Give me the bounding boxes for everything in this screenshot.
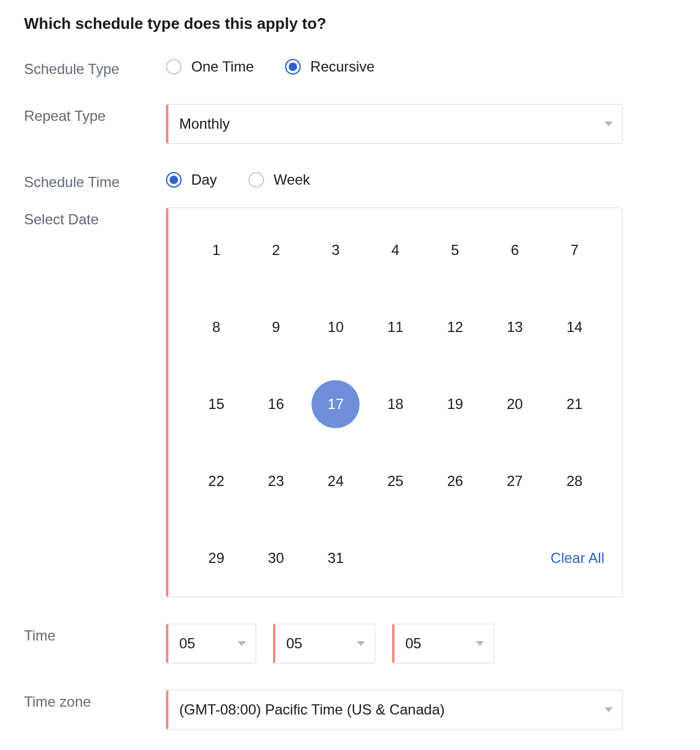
select-value: 05 (179, 635, 195, 652)
calendar-day-19[interactable]: 19 (431, 380, 479, 428)
chevron-down-icon (476, 641, 484, 646)
calendar-day-23[interactable]: 23 (252, 457, 300, 505)
calendar-day-13[interactable]: 13 (491, 303, 539, 351)
radio-label: Day (191, 171, 217, 188)
calendar-day-30[interactable]: 30 (252, 534, 300, 582)
calendar-day-18[interactable]: 18 (371, 380, 419, 428)
calendar-day-7[interactable]: 7 (550, 226, 598, 274)
calendar-day-9[interactable]: 9 (252, 303, 300, 351)
calendar-day-27[interactable]: 27 (491, 457, 539, 505)
calendar-day-20[interactable]: 20 (491, 380, 539, 428)
calendar-day-25[interactable]: 25 (371, 457, 419, 505)
select-value: 05 (405, 635, 422, 652)
calendar-day-26[interactable]: 26 (431, 457, 479, 505)
time-label: Time (24, 624, 166, 644)
radio-icon (166, 172, 182, 188)
calendar-day-15[interactable]: 15 (192, 380, 241, 428)
radio-label: One Time (191, 58, 254, 75)
calendar-day-12[interactable]: 12 (431, 303, 479, 351)
calendar-day-22[interactable]: 22 (192, 457, 241, 505)
radio-icon (285, 59, 301, 75)
schedule-time-label: Schedule Time (24, 170, 166, 191)
select-value: (GMT-08:00) Pacific Time (US & Canada) (179, 701, 444, 718)
calendar-day-4[interactable]: 4 (371, 226, 419, 274)
repeat-type-select[interactable]: Monthly (166, 104, 623, 144)
calendar-day-21[interactable]: 21 (550, 380, 598, 428)
time-zone-select[interactable]: (GMT-08:00) Pacific Time (US & Canada) (166, 690, 623, 730)
calendar-day-11[interactable]: 11 (371, 303, 419, 351)
time-second-select[interactable]: 05 (392, 624, 494, 663)
radio-label: Week (274, 171, 310, 188)
select-value: 05 (286, 635, 302, 652)
schedule-type-recursive[interactable]: Recursive (285, 58, 375, 75)
clear-all-link[interactable]: Clear All (551, 550, 604, 567)
schedule-time-radio-group: Day Week (166, 170, 676, 188)
calendar-day-3[interactable]: 3 (312, 226, 360, 274)
page-heading: Which schedule type does this apply to? (24, 14, 676, 33)
calendar-day-29[interactable]: 29 (192, 534, 241, 582)
chevron-down-icon (238, 641, 246, 646)
schedule-type-label: Schedule Type (24, 57, 166, 78)
select-value: Monthly (179, 115, 230, 132)
date-calendar: 1234567891011121314151617181920212223242… (166, 207, 623, 597)
chevron-down-icon (604, 121, 613, 126)
radio-icon (248, 172, 264, 188)
calendar-day-8[interactable]: 8 (192, 303, 241, 351)
calendar-day-10[interactable]: 10 (312, 303, 360, 351)
radio-icon (166, 59, 182, 75)
calendar-day-28[interactable]: 28 (550, 457, 598, 505)
calendar-day-6[interactable]: 6 (491, 226, 539, 274)
calendar-day-5[interactable]: 5 (431, 226, 479, 274)
schedule-time-week[interactable]: Week (248, 171, 310, 188)
time-zone-label: Time zone (24, 690, 166, 710)
calendar-day-16[interactable]: 16 (252, 380, 300, 428)
time-minute-select[interactable]: 05 (273, 624, 375, 663)
select-date-label: Select Date (24, 207, 166, 228)
schedule-time-day[interactable]: Day (166, 171, 217, 188)
calendar-day-1[interactable]: 1 (192, 226, 241, 274)
calendar-day-24[interactable]: 24 (312, 457, 360, 505)
calendar-day-17[interactable]: 17 (312, 380, 360, 428)
chevron-down-icon (357, 641, 365, 646)
calendar-day-31[interactable]: 31 (312, 534, 360, 582)
calendar-day-14[interactable]: 14 (550, 303, 598, 351)
repeat-type-label: Repeat Type (24, 104, 166, 124)
time-hour-select[interactable]: 05 (166, 624, 256, 663)
radio-label: Recursive (310, 58, 375, 75)
calendar-day-2[interactable]: 2 (252, 226, 300, 274)
schedule-type-one-time[interactable]: One Time (166, 58, 254, 75)
schedule-type-radio-group: One Time Recursive (166, 57, 676, 75)
chevron-down-icon (604, 707, 613, 712)
